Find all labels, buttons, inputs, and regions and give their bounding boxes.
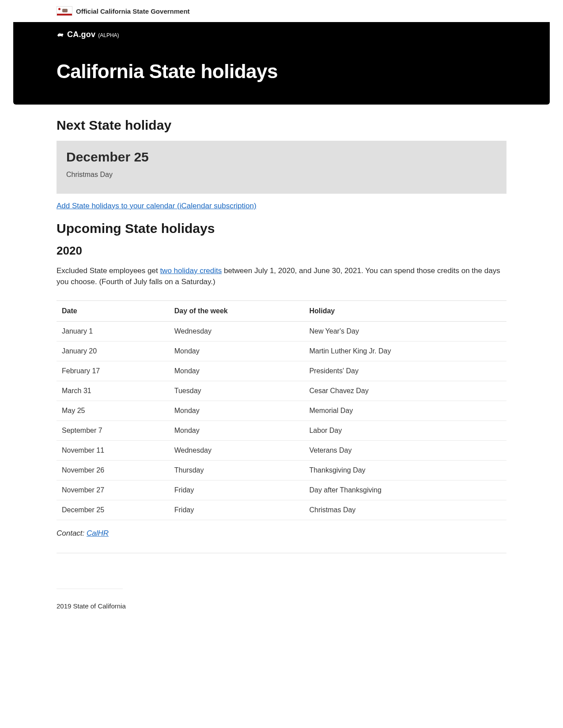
footer-divider [57, 589, 123, 589]
table-row: May 25MondayMemorial Day [57, 401, 506, 421]
cell-holiday: Cesar Chavez Day [304, 381, 506, 401]
year-heading: 2020 [57, 244, 506, 258]
cell-dow: Monday [169, 341, 304, 361]
col-dow: Day of the week [169, 301, 304, 322]
cell-dow: Wednesday [169, 322, 304, 341]
table-row: November 11WednesdayVeterans Day [57, 441, 506, 461]
cell-date: January 1 [57, 322, 169, 341]
cell-holiday: Thanksgiving Day [304, 461, 506, 480]
footer-copyright: 2019 State of California [57, 602, 126, 610]
cell-date: September 7 [57, 421, 169, 441]
table-row: February 17MondayPresidents' Day [57, 361, 506, 381]
site-logo-row[interactable]: CA.gov (ALPHA) [57, 30, 506, 39]
cell-dow: Thursday [169, 461, 304, 480]
table-row: March 31TuesdayCesar Chavez Day [57, 381, 506, 401]
cell-date: November 26 [57, 461, 169, 480]
cell-dow: Monday [169, 401, 304, 421]
holidays-table: Date Day of the week Holiday January 1We… [57, 300, 506, 520]
calendar-link-row: Add State holidays to your calendar (iCa… [57, 202, 506, 210]
california-flag-icon [57, 6, 72, 16]
cell-dow: Friday [169, 480, 304, 500]
official-text: Official California State Government [76, 8, 190, 15]
cell-holiday: Veterans Day [304, 441, 506, 461]
table-row: December 25FridayChristmas Day [57, 500, 506, 520]
col-date: Date [57, 301, 169, 322]
next-holiday-card: December 25 Christmas Day [57, 141, 506, 194]
table-row: January 20MondayMartin Luther King Jr. D… [57, 341, 506, 361]
cell-holiday: Presidents' Day [304, 361, 506, 381]
official-bar: Official California State Government [0, 0, 563, 22]
next-holiday-date: December 25 [66, 150, 497, 165]
site-header: CA.gov (ALPHA) California State holidays [13, 22, 550, 105]
cell-holiday: Memorial Day [304, 401, 506, 421]
alpha-tag: (ALPHA) [98, 32, 119, 38]
contact-label: Contact: [57, 529, 87, 537]
table-header-row: Date Day of the week Holiday [57, 301, 506, 322]
contact-link[interactable]: CalHR [87, 529, 109, 537]
cell-date: January 20 [57, 341, 169, 361]
cell-date: November 11 [57, 441, 169, 461]
bear-icon [57, 32, 64, 38]
table-row: September 7MondayLabor Day [57, 421, 506, 441]
page-title: California State holidays [57, 60, 506, 83]
table-row: January 1WednesdayNew Year's Day [57, 322, 506, 341]
cell-dow: Wednesday [169, 441, 304, 461]
cell-dow: Tuesday [169, 381, 304, 401]
cell-holiday: Labor Day [304, 421, 506, 441]
cell-date: November 27 [57, 480, 169, 500]
cell-holiday: New Year's Day [304, 322, 506, 341]
contact-row: Contact: CalHR [57, 529, 506, 553]
upcoming-heading: Upcoming State holidays [57, 221, 506, 236]
next-holiday-name: Christmas Day [66, 171, 497, 179]
holiday-credits-link[interactable]: two holiday credits [160, 266, 222, 275]
site-name: CA.gov [67, 30, 95, 39]
cell-date: February 17 [57, 361, 169, 381]
col-holiday: Holiday [304, 301, 506, 322]
table-row: November 26ThursdayThanksgiving Day [57, 461, 506, 480]
footer: 2019 State of California [0, 602, 563, 627]
cell-dow: Monday [169, 361, 304, 381]
cell-holiday: Day after Thanksgiving [304, 480, 506, 500]
main-content: Next State holiday December 25 Christmas… [0, 105, 563, 571]
desc-text-before: Excluded State employees get [57, 266, 160, 275]
cell-holiday: Martin Luther King Jr. Day [304, 341, 506, 361]
cell-dow: Monday [169, 421, 304, 441]
cell-dow: Friday [169, 500, 304, 520]
table-row: November 27FridayDay after Thanksgiving [57, 480, 506, 500]
upcoming-description: Excluded State employees get two holiday… [57, 266, 506, 287]
cell-date: December 25 [57, 500, 169, 520]
add-calendar-link[interactable]: Add State holidays to your calendar (iCa… [57, 202, 257, 210]
cell-date: March 31 [57, 381, 169, 401]
cell-holiday: Christmas Day [304, 500, 506, 520]
next-holiday-heading: Next State holiday [57, 118, 506, 133]
cell-date: May 25 [57, 401, 169, 421]
